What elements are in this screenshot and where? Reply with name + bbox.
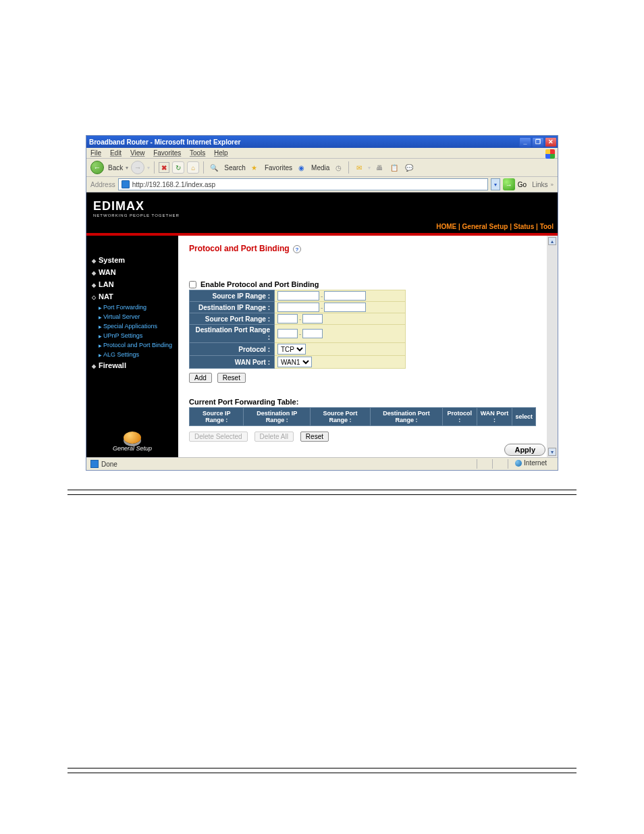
delete-selected-button[interactable]: Delete Selected (189, 432, 248, 442)
sidebar-item-firewall[interactable]: Firewall (92, 360, 178, 372)
back-button[interactable]: ← (90, 161, 104, 174)
internet-icon (515, 460, 522, 467)
sidebar-general-setup[interactable]: General Setup (86, 432, 178, 452)
addressbar: Address http://192.168.2.1/index.asp ▾ →… (86, 177, 558, 192)
dst-port-from[interactable] (277, 329, 298, 338)
media-icon[interactable]: ◉ (295, 161, 307, 174)
src-ip-to[interactable] (324, 291, 366, 301)
wan-port-select[interactable]: WAN1 (277, 357, 312, 367)
go-button[interactable]: → (503, 178, 515, 190)
menu-favorites[interactable]: Favorites (153, 149, 181, 157)
url-text: http://192.168.2.1/index.asp (132, 181, 215, 188)
url-input[interactable]: http://192.168.2.1/index.asp (118, 178, 488, 190)
sidebar-sub-alg-settings[interactable]: ALG Settings (99, 350, 178, 360)
sidebar-item-nat[interactable]: NAT (92, 291, 178, 303)
apply-button[interactable]: Apply (504, 444, 545, 456)
close-button[interactable]: ✕ (545, 137, 557, 147)
sidebar-sub-upnp-settings[interactable]: UPnP Settings (99, 332, 178, 341)
help-icon[interactable]: ? (293, 245, 301, 253)
protocol-select[interactable]: TCP (277, 344, 306, 355)
print-icon[interactable]: 🖶 (373, 161, 385, 174)
done-icon (90, 460, 99, 468)
links-label[interactable]: Links (532, 181, 547, 188)
col-src-ip: Source IP Range : (190, 408, 244, 426)
address-label: Address (90, 181, 115, 188)
col-dst-port: Destination Port Range : (370, 408, 442, 426)
minimize-button[interactable]: _ (519, 137, 531, 147)
brand-logo: EDIMAX (93, 199, 551, 213)
home-icon[interactable]: ⌂ (187, 161, 199, 174)
scroll-down-icon[interactable]: ▾ (548, 448, 556, 456)
content-area: ▴ ▾ Protocol and Port Binding ? Enable P… (178, 236, 558, 457)
menu-view[interactable]: View (130, 149, 145, 157)
menubar: File Edit View Favorites Tools Help (86, 148, 558, 159)
enable-label: Enable Protocol and Port Binding (200, 280, 319, 288)
media-label[interactable]: Media (311, 164, 329, 172)
titlebar: Broadband Router - Microsoft Internet Ex… (86, 136, 558, 148)
menu-tools[interactable]: Tools (190, 149, 205, 157)
windows-flag-icon (545, 149, 555, 159)
src-ip-from[interactable] (277, 291, 319, 301)
sidebar-item-wan[interactable]: WAN (92, 267, 178, 279)
search-label[interactable]: Search (224, 164, 246, 172)
dst-ip-label: Destination IP Range : (190, 302, 275, 313)
favorites-icon[interactable]: ★ (248, 161, 261, 174)
reset-table-button[interactable]: Reset (300, 432, 329, 442)
stop-icon[interactable]: ✖ (159, 162, 169, 173)
sidebar-item-lan[interactable]: LAN (92, 279, 178, 291)
refresh-icon[interactable]: ↻ (172, 161, 184, 174)
toolbar: ← Back ▾ → ▾ ✖ ↻ ⌂ 🔍 Search ★ Favorites … (86, 159, 558, 177)
menu-edit[interactable]: Edit (110, 149, 122, 157)
brand-subtitle: NETWORKING PEOPLE TOGETHER (93, 213, 551, 217)
sidebar-sub-protocol-port-binding[interactable]: Protocol and Port Binding (99, 341, 178, 350)
window-buttons: _ ❐ ✕ (519, 137, 558, 147)
separator-block-1 (68, 490, 576, 495)
menu-file[interactable]: File (90, 149, 101, 157)
maximize-button[interactable]: ❐ (532, 137, 544, 147)
src-port-label: Source Port Range : (190, 313, 275, 325)
sidebar-sub-special-applications[interactable]: Special Applications (99, 322, 178, 332)
binding-form: Source IP Range : - Destination IP Range… (189, 290, 406, 369)
reset-button[interactable]: Reset (217, 373, 246, 383)
dst-port-to[interactable] (302, 329, 323, 338)
history-icon[interactable]: ◷ (332, 161, 344, 174)
col-src-port: Source Port Range : (311, 408, 371, 426)
add-button[interactable]: Add (189, 373, 212, 383)
src-port-from[interactable] (277, 314, 298, 323)
dst-ip-from[interactable] (277, 303, 319, 312)
top-nav-links[interactable]: HOME | General Setup | Status | Tool (86, 221, 558, 233)
fwd-table-label: Current Port Forwarding Table: (189, 398, 536, 406)
search-icon[interactable]: 🔍 (208, 161, 220, 174)
general-setup-label: General Setup (113, 445, 152, 452)
browser-window: Broadband Router - Microsoft Internet Ex… (86, 135, 558, 471)
sidebar-item-system[interactable]: System (92, 255, 178, 267)
discuss-icon[interactable]: 💬 (403, 161, 415, 174)
mail-icon[interactable]: ✉ (353, 161, 365, 174)
dst-ip-to[interactable] (324, 303, 366, 312)
protocol-label: Protocol : (190, 343, 275, 356)
menu-help[interactable]: Help (214, 149, 228, 157)
dst-port-label: Destination Port Range : (190, 325, 275, 343)
enable-row: Enable Protocol and Port Binding (189, 280, 536, 288)
col-dst-ip: Destination IP Range : (244, 408, 311, 426)
edit-icon[interactable]: 📋 (388, 161, 400, 174)
page-title: Protocol and Port Binding ? (189, 244, 536, 253)
col-protocol: Protocol : (443, 408, 477, 426)
favorites-label[interactable]: Favorites (265, 164, 292, 172)
router-header: EDIMAX NETWORKING PEOPLE TOGETHER HOME |… (86, 192, 558, 236)
delete-all-button[interactable]: Delete All (254, 432, 294, 442)
sidebar-sub-port-forwarding[interactable]: Port Forwarding (99, 303, 178, 313)
wan-port-label: WAN Port : (190, 356, 275, 369)
col-wan-port: WAN Port : (477, 408, 512, 426)
fwd-table: Source IP Range : Destination IP Range :… (189, 407, 536, 426)
page-icon (122, 180, 130, 188)
col-select: select (512, 408, 536, 426)
forward-button[interactable]: → (131, 161, 144, 174)
sidebar-sub-virtual-server[interactable]: Virtual Server (99, 313, 178, 322)
go-label: Go (518, 181, 527, 188)
src-port-to[interactable] (302, 314, 323, 323)
scroll-up-icon[interactable]: ▴ (548, 237, 556, 245)
enable-checkbox[interactable] (189, 281, 196, 288)
url-dropdown[interactable]: ▾ (491, 178, 500, 190)
separator-block-2 (68, 768, 576, 773)
